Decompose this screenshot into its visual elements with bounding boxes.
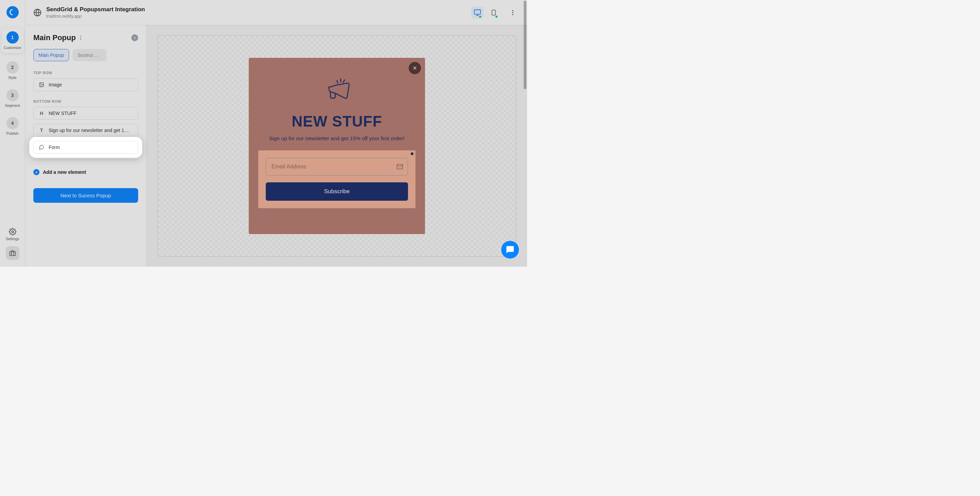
megaphone-icon — [321, 74, 353, 106]
step-number: 4 — [6, 117, 19, 129]
settings-label: Settings — [6, 237, 19, 241]
email-input[interactable] — [266, 158, 408, 175]
element-text[interactable]: T Sign up for our newsletter and get 1… — [33, 124, 138, 137]
svg-point-12 — [80, 36, 81, 37]
popup-form-section[interactable]: Subscribe — [258, 150, 415, 208]
page-domain: trialfirst.netlify.app — [46, 14, 342, 19]
svg-point-13 — [80, 37, 81, 38]
chat-support-button[interactable] — [501, 241, 519, 259]
svg-point-14 — [80, 39, 81, 40]
add-popup-button[interactable]: + — [131, 34, 138, 41]
step-label: Customize — [4, 46, 21, 50]
tab-success-popup[interactable]: Sucess Pop… — [73, 49, 107, 61]
briefcase-button[interactable] — [6, 246, 19, 260]
more-menu-button[interactable] — [507, 6, 519, 19]
canvas-frame: NEW STUFF Sign up for our newsletter and… — [158, 35, 516, 256]
element-label: NEW STUFF — [49, 111, 76, 116]
status-dot — [495, 16, 498, 18]
next-button[interactable]: Next to Sucess Popup — [33, 188, 138, 203]
preview-canvas: NEW STUFF Sign up for our newsletter and… — [147, 25, 527, 267]
element-form[interactable]: Form — [33, 141, 138, 154]
scrollbar[interactable] — [523, 0, 527, 267]
desktop-view-button[interactable] — [471, 6, 484, 19]
svg-rect-1 — [10, 252, 15, 256]
step-label: Segment — [5, 103, 20, 108]
svg-point-9 — [512, 10, 513, 11]
more-vertical-icon — [509, 9, 516, 16]
settings-button[interactable]: Settings — [6, 228, 19, 241]
popup-subtext: Sign up for our newsletter and get 15% o… — [269, 134, 404, 143]
element-label: Sign up for our newsletter and get 1… — [49, 127, 129, 133]
section-bottom-row-label: BOTTOM ROW — [33, 99, 138, 103]
divider — [33, 160, 138, 160]
section-top-row-label: TOP ROW — [33, 71, 138, 75]
left-rail: 1 Customize 2 Style 3 Segment 4 Publish … — [0, 0, 25, 267]
element-heading[interactable]: H NEW STUFF — [33, 107, 138, 120]
selection-indicator — [410, 152, 414, 156]
image-icon — [38, 82, 45, 87]
step-style[interactable]: 2 Style — [0, 60, 25, 81]
add-element-button[interactable]: + Add a new element — [33, 166, 138, 178]
element-label: Image — [49, 82, 62, 87]
customize-panel: Main Popup + Main Popup Sucess Pop… TOP … — [25, 25, 147, 267]
popup-tabs: Main Popup Sucess Pop… — [33, 49, 138, 61]
globe-icon — [33, 8, 41, 17]
status-dot — [479, 16, 481, 18]
popup-headline: NEW STUFF — [292, 113, 382, 130]
svg-rect-4 — [474, 10, 480, 14]
logo-icon — [8, 8, 17, 16]
top-bar: SendGrid & Popupsmart Integration trialf… — [25, 0, 527, 25]
form-icon — [38, 145, 45, 150]
popup-close-button[interactable] — [409, 62, 421, 74]
tab-main-popup[interactable]: Main Popup — [33, 49, 69, 61]
add-element-label: Add a new element — [43, 169, 86, 175]
scrollbar-thumb[interactable] — [524, 1, 527, 89]
step-number: 1 — [6, 31, 19, 43]
panel-title: Main Popup — [33, 33, 76, 42]
step-customize[interactable]: 1 Customize — [2, 28, 24, 53]
popup-preview[interactable]: NEW STUFF Sign up for our newsletter and… — [249, 58, 425, 234]
step-number: 2 — [6, 61, 19, 73]
step-label: Style — [8, 76, 16, 79]
svg-point-10 — [512, 12, 513, 13]
chat-icon — [506, 245, 514, 254]
plus-icon: + — [33, 169, 40, 175]
more-vertical-icon[interactable] — [78, 35, 83, 40]
mobile-icon — [491, 9, 497, 16]
element-image[interactable]: Image — [33, 78, 138, 91]
desktop-icon — [474, 9, 481, 16]
heading-icon: H — [38, 111, 45, 116]
close-icon — [412, 65, 417, 71]
svg-point-0 — [11, 231, 14, 233]
gear-icon — [9, 228, 16, 235]
subscribe-button[interactable]: Subscribe — [266, 182, 408, 201]
step-publish[interactable]: 4 Publish — [0, 116, 25, 137]
element-label: Form — [49, 145, 60, 150]
mobile-view-button[interactable] — [488, 6, 500, 19]
app-logo[interactable] — [6, 6, 19, 18]
mail-icon — [396, 163, 403, 170]
briefcase-icon — [9, 250, 16, 256]
step-segment[interactable]: 3 Segment — [0, 88, 25, 109]
svg-point-16 — [40, 84, 41, 84]
page-title: SendGrid & Popupsmart Integration — [46, 6, 342, 13]
step-label: Publish — [6, 131, 18, 135]
text-icon: T — [38, 127, 45, 133]
svg-point-11 — [512, 14, 513, 15]
step-number: 3 — [6, 89, 19, 102]
